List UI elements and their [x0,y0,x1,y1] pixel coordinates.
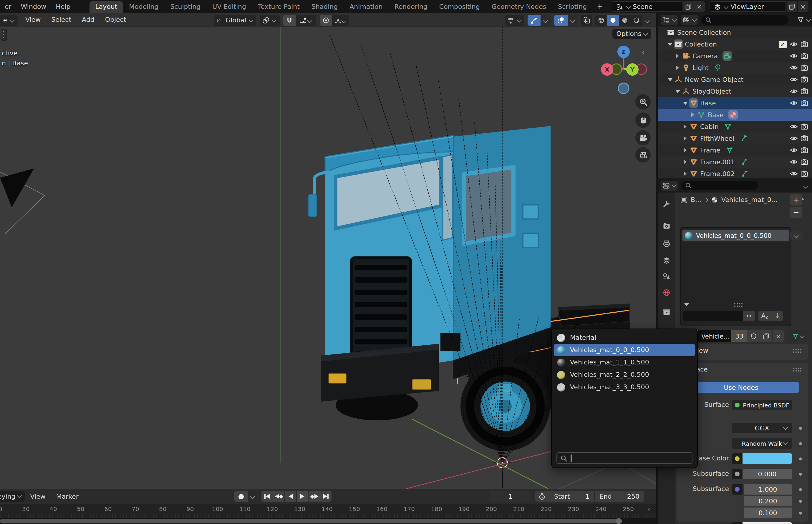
disclosure-down-icon[interactable] [667,78,673,81]
use-preview-range-button[interactable] [535,491,549,502]
outliner-row-scene-collection[interactable]: Scene Collection [658,27,812,38]
viewport-menu-view[interactable]: View [20,16,46,23]
play-reverse-button[interactable] [285,491,296,502]
xray-toggle[interactable] [581,15,592,26]
pivot-point-dropdown[interactable] [260,15,280,26]
hide-in-viewport-toggle[interactable] [789,122,799,131]
properties-tab-scene[interactable] [658,268,676,284]
viewlayer-new-button[interactable] [786,1,797,12]
shading-solid-button[interactable] [607,15,619,26]
remove-slot-button[interactable]: − [790,207,802,218]
tab-rendering[interactable]: Rendering [388,1,433,13]
subsurface-radius-field-1[interactable]: 0.200 [744,496,792,506]
ortho-toggle-button[interactable] [635,147,651,163]
menu-help[interactable]: Help [51,3,75,10]
disable-in-renders-toggle[interactable] [799,145,810,155]
hide-in-viewport-toggle[interactable] [789,86,799,96]
pan-button[interactable] [635,112,651,128]
viewlayer-name[interactable]: ViewLayer [730,3,764,10]
jump-to-start-button[interactable] [261,491,273,502]
new-material-button[interactable] [760,330,772,342]
auto-key-toggle[interactable] [234,491,248,502]
gizmo-axis-neg-z[interactable] [618,83,629,94]
show-gizmo-toggle[interactable] [527,15,540,26]
properties-tab-collection[interactable] [658,305,676,320]
distribution-dropdown[interactable]: GGX [732,423,792,433]
proportional-edit-toggle[interactable] [320,15,332,26]
hide-in-viewport-toggle[interactable] [789,169,799,178]
menu-er[interactable]: er [0,3,16,10]
disclosure-down-icon[interactable] [674,90,681,93]
disable-in-renders-toggle[interactable] [799,39,810,49]
outliner-row-base[interactable]: Base [658,109,812,121]
outliner-row-sloydobject[interactable]: SloydObject [658,85,812,97]
snap-toggle[interactable] [283,15,296,26]
jump-to-end-button[interactable] [320,491,331,502]
disable-in-renders-toggle[interactable] [799,122,810,131]
viewlayer-browse-button[interactable]: ViewLayer [709,1,786,12]
add-slot-button[interactable]: + [790,194,802,206]
subsurface-value-slider[interactable]: 0.000 [743,469,792,479]
disable-in-renders-toggle[interactable] [799,157,810,167]
disclosure-down-icon[interactable] [682,101,688,104]
properties-tab-render[interactable] [658,218,676,234]
subsurface-method-dropdown[interactable]: Random Walk [732,438,792,449]
viewport-menu-object[interactable]: Object [100,16,132,23]
outliner-filter-id-dropdown[interactable] [681,15,698,25]
play-button[interactable] [297,491,308,502]
properties-tab-output[interactable] [658,236,676,251]
menu-window[interactable]: Window [16,3,51,10]
viewport-menu-select[interactable]: Select [46,16,77,23]
subsurface-radius-socket[interactable] [732,484,743,494]
tab-modeling[interactable]: Modeling [123,1,164,13]
shading-rendered-button[interactable] [631,15,643,26]
shading-material-button[interactable] [619,15,631,26]
disclosure-right-icon[interactable] [682,160,688,164]
visibility-dropdown[interactable] [505,15,524,26]
sort-reverse-button[interactable]: ↓ [771,311,783,321]
hide-in-viewport-toggle[interactable] [789,63,799,72]
outliner-row-frame-002[interactable]: Frame.002 [658,168,812,178]
filter-invert-button[interactable]: ↔ [743,311,755,321]
tab-animation[interactable]: Animation [344,1,388,13]
gizmo-dropdown[interactable] [540,15,550,26]
subsurface-radius-field-0[interactable]: 1.000 [744,484,792,494]
hide-in-viewport-toggle[interactable] [789,134,799,143]
material-popup-search-input[interactable] [556,452,693,464]
disable-in-renders-toggle[interactable] [799,86,810,96]
outliner-row-light[interactable]: Light [658,62,812,73]
auto-key-dropdown[interactable] [248,491,257,502]
scene-name[interactable]: Scene [633,3,652,10]
outliner-row-base[interactable]: Base [658,97,812,109]
outliner-row-frame[interactable]: Frame [658,144,812,156]
disclosure-right-icon[interactable] [674,65,681,70]
add-workspace-button[interactable]: + [592,2,607,11]
tab-texture-paint[interactable]: Texture Paint [252,1,306,13]
shading-wireframe-button[interactable] [595,15,607,26]
properties-editor-type-button[interactable] [661,180,678,191]
tab-scripting[interactable]: Scripting [552,1,592,13]
subsurface-radius-field-2[interactable]: 0.100 [744,508,792,518]
disclosure-right-icon[interactable] [689,112,696,117]
material-option-vehicles-mat-2-2-0-500[interactable]: Vehicles_mat_2_2_0.500 [554,369,695,381]
list-filter-name-input[interactable] [683,311,743,321]
subsurface-color-swatch[interactable] [743,522,792,524]
surface-shader-button[interactable]: Principled BSDF [732,400,792,410]
breadcrumb-material[interactable]: Vehicles_mat_0... [721,196,778,204]
outliner-row-camera[interactable]: Camera [658,50,812,62]
decorator-dot[interactable] [799,442,802,445]
subsurface-color-socket[interactable] [732,522,743,524]
material-option-material[interactable]: Material [554,331,695,344]
transform-orientation-dropdown[interactable]: Global [214,15,256,26]
tab-shading[interactable]: Shading [306,1,344,13]
properties-tab-world[interactable] [658,285,676,300]
drag-handle-icon[interactable] [733,302,743,307]
base-color-socket[interactable] [732,453,743,464]
scene-browse-button[interactable]: Scene [612,1,682,12]
toolbar-handle[interactable] [1,29,7,40]
outliner-filter-dropdown[interactable] [795,15,812,25]
fake-user-button[interactable] [747,330,760,342]
slot-link-dropdown[interactable] [789,330,806,342]
outliner-row-cabin[interactable]: Cabin [658,121,812,132]
viewport-menu-add[interactable]: Add [77,16,100,23]
